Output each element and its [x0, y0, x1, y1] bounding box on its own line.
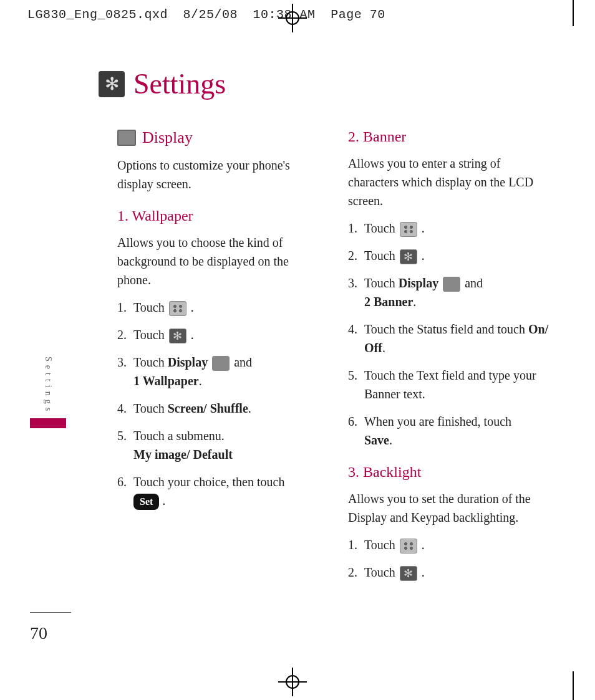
- apps-grid-icon: [169, 301, 186, 316]
- banner-step-5: Touch the Text field and type your Banne…: [348, 366, 554, 403]
- set-button-icon: Set: [133, 494, 159, 510]
- display-icon: [443, 277, 460, 292]
- column-right: 2. Banner Allows you to enter a string o…: [348, 125, 554, 590]
- page-number-rule: [30, 612, 71, 613]
- registration-mark-bottom: [282, 671, 303, 693]
- header-file: LG830_Eng_0825.qxd: [27, 7, 168, 22]
- apps-grid-icon: [400, 222, 417, 237]
- page-number: 70: [30, 623, 47, 643]
- wallpaper-step-2: Touch .: [117, 325, 323, 344]
- backlight-heading: 3. Backlight: [348, 461, 554, 483]
- banner-step-1: Touch .: [348, 219, 554, 237]
- gear-icon: [169, 328, 186, 343]
- wallpaper-intro: Allows you to choose the kind of backgro…: [117, 233, 323, 289]
- banner-step-4: Touch the Status field and touch On/ Off…: [348, 320, 554, 357]
- side-tab-marker: [30, 418, 66, 428]
- banner-step-3: Touch Display and 2 Banner.: [348, 274, 554, 311]
- backlight-step-1: Touch .: [348, 535, 554, 554]
- page-title-row: ✻ Settings: [99, 67, 560, 100]
- backlight-steps: Touch . Touch .: [348, 535, 554, 582]
- display-heading: Display: [142, 125, 193, 150]
- gear-icon: [400, 566, 417, 581]
- page-content: ✻ Settings Display Options to customize …: [30, 67, 560, 590]
- apps-grid-icon: [400, 539, 417, 554]
- backlight-intro: Allows you to set the duration of the Di…: [348, 489, 554, 527]
- page-title: Settings: [133, 67, 226, 100]
- column-left: Display Options to customize your phone'…: [117, 125, 323, 590]
- wallpaper-step-3: Touch Display and 1 Wallpaper.: [117, 353, 323, 390]
- wallpaper-step-6: Touch your choice, then touch Set .: [117, 472, 323, 510]
- wallpaper-step-5: Touch a submenu. My image/ Default: [117, 426, 323, 464]
- banner-intro: Allows you to enter a string of characte…: [348, 154, 554, 210]
- display-intro: Options to customize your phone's displa…: [117, 156, 323, 193]
- banner-step-2: Touch .: [348, 246, 554, 265]
- header-date: 8/25/08: [183, 7, 238, 22]
- wallpaper-step-1: Touch .: [117, 298, 323, 317]
- wallpaper-steps: Touch . Touch . Touch Display and 1 Wall…: [117, 298, 323, 510]
- crop-mark-top-right: [573, 0, 574, 26]
- banner-heading: 2. Banner: [348, 125, 554, 148]
- side-tab: Settings: [30, 357, 66, 428]
- wallpaper-heading: 1. Wallpaper: [117, 204, 323, 227]
- banner-step-6: When you are finished, touch Save.: [348, 412, 554, 449]
- header-page: Page 70: [331, 7, 385, 22]
- backlight-step-2: Touch .: [348, 563, 554, 582]
- registration-mark-top: [282, 7, 303, 29]
- wallpaper-step-4: Touch Screen/ Shuffle.: [117, 399, 323, 418]
- gear-icon: [400, 249, 417, 264]
- side-tab-label: Settings: [43, 357, 53, 415]
- banner-steps: Touch . Touch . Touch Display and 2 Bann…: [348, 219, 554, 449]
- crop-mark-bottom-right: [573, 671, 574, 700]
- display-icon: [212, 356, 230, 371]
- display-section-icon: [117, 130, 136, 146]
- settings-icon: ✻: [99, 71, 125, 97]
